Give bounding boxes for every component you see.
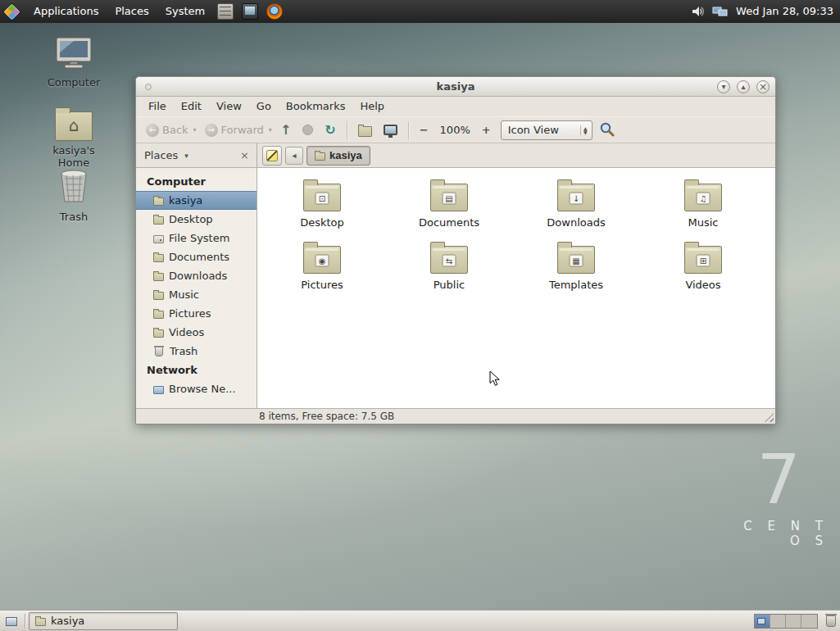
search-button[interactable] xyxy=(599,121,615,139)
menu-help[interactable]: Help xyxy=(352,97,392,116)
template-emblem-icon: ▦ xyxy=(570,254,583,266)
folder-icon: ▦ xyxy=(557,246,595,274)
sidebar-item-kasiya[interactable]: kasiya xyxy=(136,191,257,210)
folder-downloads[interactable]: ↓ Downloads xyxy=(515,178,638,229)
workspace-3[interactable] xyxy=(786,615,801,628)
back-history-dropdown-icon[interactable] xyxy=(193,126,197,134)
trash-applet-icon[interactable] xyxy=(826,615,836,627)
computer-screen-icon xyxy=(384,125,397,135)
forward-history-dropdown-icon[interactable] xyxy=(269,126,272,134)
sidebar-item-downloads[interactable]: Downloads xyxy=(136,266,257,285)
trash-icon xyxy=(55,169,93,205)
location-edit-toggle[interactable] xyxy=(262,146,282,166)
sidebar-item-pictures[interactable]: Pictures xyxy=(136,304,257,323)
sidebar-item-file-system[interactable]: File System xyxy=(136,229,257,247)
home-button[interactable] xyxy=(353,120,377,141)
menu-applications[interactable]: Applications xyxy=(25,0,107,23)
menu-edit[interactable]: Edit xyxy=(174,97,209,116)
folder-icon: ↓ xyxy=(557,184,595,211)
folder-videos[interactable]: ⊞ Videos xyxy=(642,240,765,291)
scroll-path-left-button[interactable] xyxy=(285,147,303,165)
stop-button[interactable] xyxy=(297,120,318,141)
zoom-in-button[interactable] xyxy=(477,120,496,141)
workspace-switcher[interactable] xyxy=(754,614,818,629)
zoom-out-button[interactable] xyxy=(415,120,434,141)
close-button[interactable] xyxy=(756,80,770,93)
folder-documents[interactable]: ▤ Documents xyxy=(388,178,511,229)
window-title: kasiya xyxy=(136,77,775,96)
titlebar[interactable]: kasiya xyxy=(136,77,775,97)
video-emblem-icon: ⊞ xyxy=(697,254,711,266)
menu-view[interactable]: View xyxy=(209,97,249,116)
sidebar-item-documents[interactable]: Documents xyxy=(136,247,257,266)
chevron-down-icon[interactable] xyxy=(184,152,238,160)
menu-file[interactable]: File xyxy=(141,97,174,116)
desktop: Computer kasiya's Home Trash 7 C E N T O… xyxy=(0,23,840,610)
folder-icon xyxy=(315,152,325,161)
folder-label: Downloads xyxy=(547,216,605,229)
icon-view[interactable]: ⊡ Desktop ▤ Documents ↓ Downloads ♫ Musi… xyxy=(257,168,775,408)
sidebar-item-videos[interactable]: Videos xyxy=(136,323,257,342)
desktop-icon-computer[interactable]: Computer xyxy=(36,36,111,89)
minimize-button[interactable] xyxy=(717,80,730,93)
back-icon xyxy=(146,124,159,137)
desktop-icon-trash[interactable]: Trash xyxy=(36,169,111,223)
menu-bookmarks[interactable]: Bookmarks xyxy=(279,97,353,116)
sidebar-item-label: Documents xyxy=(169,251,229,263)
computer-button[interactable] xyxy=(379,120,402,141)
maximize-button[interactable] xyxy=(737,80,750,93)
terminal-launcher-icon[interactable] xyxy=(242,3,258,20)
window-menu-icon[interactable] xyxy=(145,84,152,90)
back-button[interactable]: Back xyxy=(141,120,193,141)
view-mode-select[interactable]: Icon View xyxy=(501,120,593,140)
centos-logo-icon[interactable] xyxy=(3,3,20,20)
folder-pictures[interactable]: ◉ Pictures xyxy=(261,240,384,291)
breadcrumb-label: kasiya xyxy=(329,149,362,161)
menu-system[interactable]: System xyxy=(157,0,213,23)
zoom-out-icon xyxy=(420,124,429,136)
sidebar-item-trash[interactable]: Trash xyxy=(136,342,257,361)
up-button[interactable] xyxy=(275,120,296,141)
folder-label: Desktop xyxy=(300,216,344,229)
desktop-icon-home[interactable]: kasiya's Home xyxy=(36,107,111,169)
folder-public[interactable]: ⇆ Public xyxy=(388,240,511,291)
folder-icon: ▤ xyxy=(430,184,468,211)
show-desktop-button[interactable] xyxy=(1,611,22,631)
sidebar-item-desktop[interactable]: Desktop xyxy=(136,210,257,229)
folder-icon xyxy=(153,311,164,319)
file-cabinet-launcher-icon[interactable] xyxy=(217,3,234,20)
sidebar-header[interactable]: Places xyxy=(136,143,257,167)
network-icon[interactable] xyxy=(712,6,729,18)
resize-grip[interactable] xyxy=(765,413,774,422)
combo-stepper-icon xyxy=(580,125,590,135)
volume-icon[interactable] xyxy=(692,5,705,18)
task-button-kasiya[interactable]: kasiya xyxy=(29,612,178,630)
sidebar-close-icon[interactable] xyxy=(238,149,252,161)
menu-go[interactable]: Go xyxy=(249,97,279,116)
clock[interactable]: Wed Jan 28, 09:33 xyxy=(736,0,833,23)
folder-label: Pictures xyxy=(301,279,343,291)
menu-places[interactable]: Places xyxy=(107,0,157,23)
workspace-2[interactable] xyxy=(770,615,786,628)
workspace-1[interactable] xyxy=(755,615,770,628)
reload-icon xyxy=(325,122,335,138)
network-icon xyxy=(153,386,164,394)
home-folder-icon xyxy=(358,126,372,137)
folder-templates[interactable]: ▦ Templates xyxy=(515,240,638,291)
sidebar-header-label: Places xyxy=(144,149,178,161)
breadcrumb-kasiya[interactable]: kasiya xyxy=(306,146,370,166)
bottom-panel: kasiya xyxy=(0,610,840,631)
panel-separator xyxy=(25,614,25,629)
drive-icon xyxy=(153,235,164,243)
sidebar-item-music[interactable]: Music xyxy=(136,285,257,304)
forward-button[interactable]: Forward xyxy=(200,120,269,141)
folder-desktop[interactable]: ⊡ Desktop xyxy=(261,178,384,229)
folder-music[interactable]: ♫ Music xyxy=(642,178,765,229)
trash-icon xyxy=(155,347,163,356)
sidebar-item-label: Videos xyxy=(169,326,204,338)
forward-label: Forward xyxy=(221,124,264,136)
reload-button[interactable] xyxy=(320,120,340,141)
workspace-4[interactable] xyxy=(801,615,817,628)
firefox-launcher-icon[interactable] xyxy=(266,3,283,20)
sidebar-item-browse-network[interactable]: Browse Ne... xyxy=(136,379,257,398)
